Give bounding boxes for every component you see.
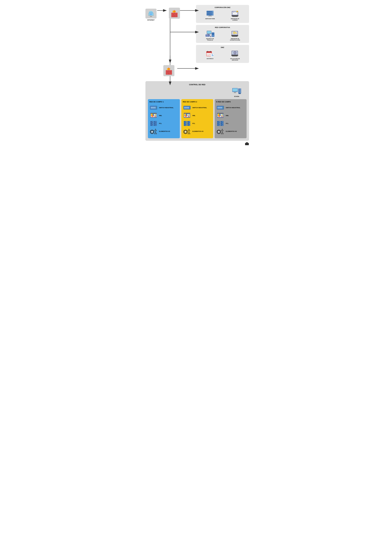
svg-rect-16 [150,16,152,17]
field-net-2: RED DE CAMPO 2 [181,99,213,138]
field-net-n-pcl: PCL [216,120,245,127]
hml-svg [150,113,157,118]
internet-block: INTERNET [145,9,156,21]
field-net-1-pcl: PCL [149,120,178,127]
svg-line-330 [222,132,223,133]
svg-rect-245 [184,125,185,125]
control-section: CONTROL DE RED [145,81,249,141]
field-net-n-pcl-label: PCL [226,123,229,124]
svg-point-39 [213,11,214,12]
svg-rect-132 [166,71,168,73]
svg-rect-133 [168,71,170,73]
historico-label: HISTÓRICO [207,58,213,59]
svg-rect-28 [171,14,173,15]
red-corp-items: EQUIPOS DE TRABAJO [198,30,247,41]
svg-rect-160 [152,108,153,108]
svg-rect-222 [188,108,189,108]
svg-rect-182 [151,123,152,124]
svg-point-298 [219,121,219,122]
io-svg-n [216,128,224,135]
svg-rect-143 [234,93,236,93]
field-net-n-io: ELEMENTOS I/O [216,128,245,135]
svg-rect-201 [154,131,154,132]
svg-point-238 [186,121,186,122]
svg-rect-189 [154,121,155,122]
svg-rect-158 [154,107,155,108]
pcl-svg-2 [183,121,191,126]
servidor-web-icon [205,10,215,18]
svg-point-99 [208,54,208,55]
svg-rect-150 [238,92,241,93]
svg-rect-119 [235,51,235,52]
svg-point-181 [152,123,153,124]
svg-rect-27 [175,13,177,14]
svg-rect-230 [188,115,189,116]
svg-point-284 [223,108,223,108]
svg-rect-29 [174,14,176,15]
svg-rect-121 [233,52,234,53]
svg-point-295 [219,113,220,114]
svg-rect-170 [154,115,155,116]
svg-point-257 [185,131,186,133]
svg-point-223 [189,107,190,107]
svg-rect-299 [217,121,219,122]
svg-rect-93 [207,51,208,52]
svg-point-49 [213,14,214,15]
svg-rect-78 [212,35,214,35]
red-corp-title: RED CORPORATIVA [198,27,247,28]
svg-rect-220 [186,108,187,108]
servidor-web-item: SERVIDOR WEB [198,10,222,21]
svg-rect-199 [152,133,153,134]
svg-rect-34 [174,17,176,17]
switch-icon-1 [149,104,158,111]
svg-point-43 [212,13,213,14]
switch-svg-n [217,105,224,110]
svg-rect-259 [185,133,186,134]
equipos-trabajo-label: EQUIPOS DE TRABAJO [204,38,216,41]
switch-icon-n [216,104,224,111]
svg-rect-171 [155,114,156,115]
svg-point-184 [152,125,153,125]
svg-point-314 [222,125,223,125]
svg-rect-162 [154,108,155,108]
svg-rect-51 [209,15,211,16]
dmz-panel: DMZ [196,45,249,63]
pcl-icon-1 [149,120,158,127]
field-net-1-hml: HML [149,112,178,119]
svg-rect-305 [217,125,219,125]
svg-rect-281 [220,108,221,108]
svg-point-235 [186,113,187,114]
svg-point-173 [151,113,152,114]
servidor-correo-icon: 1 [230,10,240,18]
svg-point-317 [218,131,220,133]
svg-rect-169 [155,116,156,117]
firewall1-icon [171,9,178,17]
scada-block: SCADA [232,88,242,97]
svg-rect-215 [184,107,185,108]
svg-rect-52 [208,16,212,16]
scada-label: SCADA [234,96,239,97]
historico-item: HISTÓRICO [198,50,222,61]
server-mail-svg: 1 [231,10,239,17]
svg-point-174 [152,113,152,114]
svg-point-175 [153,113,153,114]
svg-rect-89 [232,36,238,37]
svg-rect-130 [166,70,169,71]
servidor-auth-icon [230,30,240,37]
svg-point-95 [208,54,208,54]
svg-rect-131 [169,70,172,71]
svg-rect-217 [187,107,188,108]
field-net-2-switch: SWITCH INDUSTRIAL [183,104,212,111]
pcl-icon-n [216,120,224,127]
svg-rect-275 [217,107,219,108]
field-net-2-pcl-label: PCL [192,123,195,124]
dmz-title: DMZ [198,47,247,48]
svg-rect-137 [166,74,168,75]
svg-rect-32 [174,15,177,16]
svg-rect-40 [207,11,210,12]
svg-rect-61 [207,31,211,34]
svg-rect-229 [189,116,189,117]
svg-rect-59 [232,16,238,17]
svg-point-145 [240,89,241,89]
svg-rect-122 [236,52,236,53]
